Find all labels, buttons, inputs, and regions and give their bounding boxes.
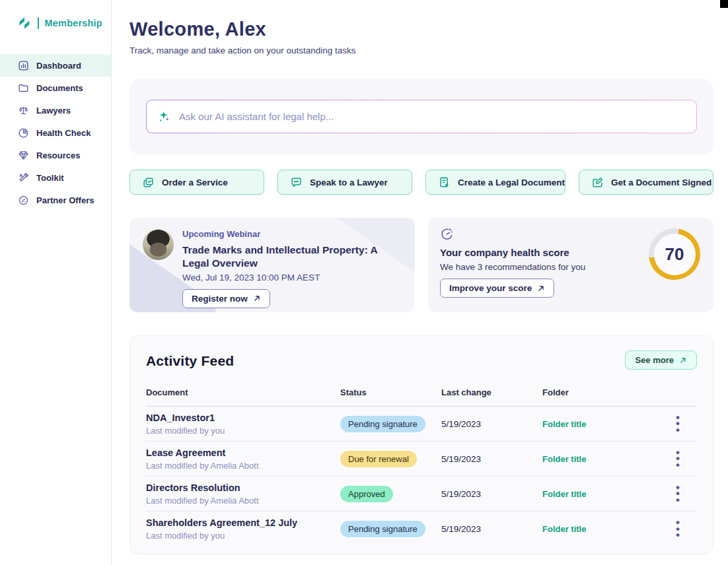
sidebar-item-health-check[interactable]: Health Check: [0, 121, 111, 144]
sidebar-item-partner-offers[interactable]: Partner Offers: [0, 189, 111, 211]
page-title: Welcome, Alex: [129, 18, 355, 40]
ai-assistant-card: Ask our AI assistant for legal help...: [129, 79, 713, 154]
health-score-title: Your company health score: [440, 247, 585, 258]
last-change-date: 5/19/2023: [441, 524, 542, 534]
document-modified: Last modified by Amelia Abott: [146, 461, 340, 471]
sidebar-item-label: Dashboard: [36, 61, 81, 71]
status-badge: Pending signature: [340, 521, 425, 537]
ai-input-placeholder: Ask our AI assistant for legal help...: [179, 111, 334, 122]
activity-feed-card: Activity Feed See more Document Status L…: [129, 335, 713, 554]
screen-artifact: [720, 0, 728, 8]
ai-sparkle-icon: [157, 110, 171, 123]
sidebar-item-label: Resources: [36, 150, 80, 160]
activity-feed-header: Activity Feed See more: [146, 336, 697, 369]
brand-logo-divider: [38, 17, 39, 29]
status-badge: Approved: [340, 486, 393, 502]
improve-score-button[interactable]: Improve your score: [440, 279, 554, 298]
order-service-icon: [142, 176, 155, 189]
sidebar-item-label: Health Check: [36, 128, 91, 138]
activity-feed-title: Activity Feed: [146, 353, 697, 369]
status-badge: Due for renewal: [340, 451, 417, 467]
column-header-document: Document: [146, 387, 340, 397]
create-legal-document-button[interactable]: Create a Legal Document: [425, 170, 565, 195]
sidebar-item-toolkit[interactable]: Toolkit: [0, 166, 111, 189]
last-change-date: 5/19/2023: [441, 454, 542, 464]
sidebar-item-dashboard[interactable]: Dashboard: [0, 54, 111, 77]
table-header-row: Document Status Last change Folder: [146, 387, 697, 407]
health-score-card: Your company health score We have 3 reco…: [428, 218, 713, 312]
last-change-date: 5/19/2023: [441, 419, 542, 429]
document-cell: Lease Agreement Last modified by Amelia …: [146, 448, 340, 471]
health-score-value: 70: [665, 244, 684, 265]
folder-link[interactable]: Folder title: [542, 454, 661, 464]
info-cards: Upcoming Webinar Trade Marks and Intelle…: [129, 218, 713, 312]
speak-lawyer-icon: [290, 176, 303, 189]
lawyers-icon: [18, 105, 29, 116]
table-row[interactable]: NDA_Investor1 Last modified by you Pendi…: [146, 407, 697, 442]
arrow-up-right-icon: [253, 294, 261, 302]
see-more-label: See more: [635, 355, 674, 365]
sidebar-item-label: Partner Offers: [36, 195, 94, 205]
sidebar: Membership Dashboard Documents L: [0, 0, 112, 565]
document-cell: NDA_Investor1 Last modified by you: [146, 413, 340, 436]
speak-to-lawyer-button[interactable]: Speak to a Lawyer: [277, 170, 412, 195]
ai-assistant-input[interactable]: Ask our AI assistant for legal help...: [146, 100, 697, 133]
document-name: Directors Resolution: [146, 482, 340, 493]
arrow-up-right-icon: [679, 356, 687, 364]
dashboard-icon: [18, 60, 29, 71]
kebab-menu-icon[interactable]: •••: [676, 449, 680, 468]
resources-icon: [18, 150, 29, 161]
register-now-label: Register now: [192, 294, 248, 304]
kebab-menu-icon[interactable]: •••: [676, 484, 680, 503]
table-row[interactable]: Directors Resolution Last modified by Am…: [146, 477, 697, 512]
column-header-status: Status: [340, 387, 441, 397]
webinar-body: Upcoming Webinar Trade Marks and Intelle…: [182, 229, 406, 308]
see-more-button[interactable]: See more: [625, 350, 697, 370]
documents-icon: [18, 83, 29, 94]
document-modified: Last modified by you: [146, 531, 340, 541]
document-cell: Shareholders Agreement_12 July Last modi…: [146, 517, 340, 541]
speak-to-lawyer-label: Speak to a Lawyer: [310, 178, 388, 187]
folder-link[interactable]: Folder title: [542, 524, 661, 534]
arrow-up-right-icon: [537, 284, 545, 292]
kebab-menu-icon[interactable]: •••: [676, 519, 680, 538]
webinar-datetime: Wed, Jul 19, 2023 10:00 PM AEST: [182, 273, 406, 282]
sidebar-item-label: Lawyers: [36, 106, 71, 116]
create-legal-document-label: Create a Legal Document: [458, 178, 565, 187]
partner-offers-icon: [18, 195, 29, 206]
brand-name: Membership: [45, 18, 102, 28]
sidebar-item-documents[interactable]: Documents: [0, 77, 111, 99]
table-row[interactable]: Lease Agreement Last modified by Amelia …: [146, 442, 697, 477]
get-document-signed-label: Get a Document Signed: [611, 178, 711, 187]
register-now-button[interactable]: Register now: [182, 289, 270, 308]
page-header: Welcome, Alex Track, manage and take act…: [129, 18, 355, 55]
folder-link[interactable]: Folder title: [542, 419, 661, 429]
create-document-icon: [438, 176, 451, 189]
health-score-ring: 70: [649, 228, 700, 280]
health-score-body: Your company health score We have 3 reco…: [440, 247, 585, 298]
webinar-presenter-avatar: [143, 229, 174, 260]
health-score-ring-inner: 70: [654, 234, 696, 275]
membership-dashboard: Membership Dashboard Documents L: [0, 0, 728, 565]
order-service-button[interactable]: Order a Service: [129, 170, 264, 195]
quick-actions: Order a Service Speak to a Lawyer Create…: [129, 170, 713, 195]
document-cell: Directors Resolution Last modified by Am…: [146, 482, 340, 506]
folder-link[interactable]: Folder title: [542, 489, 661, 499]
sidebar-item-lawyers[interactable]: Lawyers: [0, 99, 111, 121]
order-service-label: Order a Service: [162, 178, 228, 187]
get-document-signed-button[interactable]: Get a Document Signed: [579, 170, 713, 195]
health-check-icon: [18, 127, 29, 139]
page-subtitle: Track, manage and take action on your ou…: [129, 46, 355, 55]
main-content: Welcome, Alex Track, manage and take act…: [112, 0, 728, 565]
document-name: NDA_Investor1: [146, 413, 340, 423]
sign-document-icon: [591, 176, 604, 189]
table-row[interactable]: Shareholders Agreement_12 July Last modi…: [146, 512, 697, 547]
kebab-menu-icon[interactable]: •••: [676, 415, 680, 433]
document-modified: Last modified by you: [146, 426, 340, 436]
column-header-last-change: Last change: [441, 387, 542, 397]
brand-logo[interactable]: Membership: [0, 0, 111, 30]
gauge-icon: [440, 227, 454, 241]
brand-logo-icon: [17, 16, 32, 30]
sidebar-item-resources[interactable]: Resources: [0, 144, 111, 166]
sidebar-item-label: Documents: [36, 83, 83, 93]
